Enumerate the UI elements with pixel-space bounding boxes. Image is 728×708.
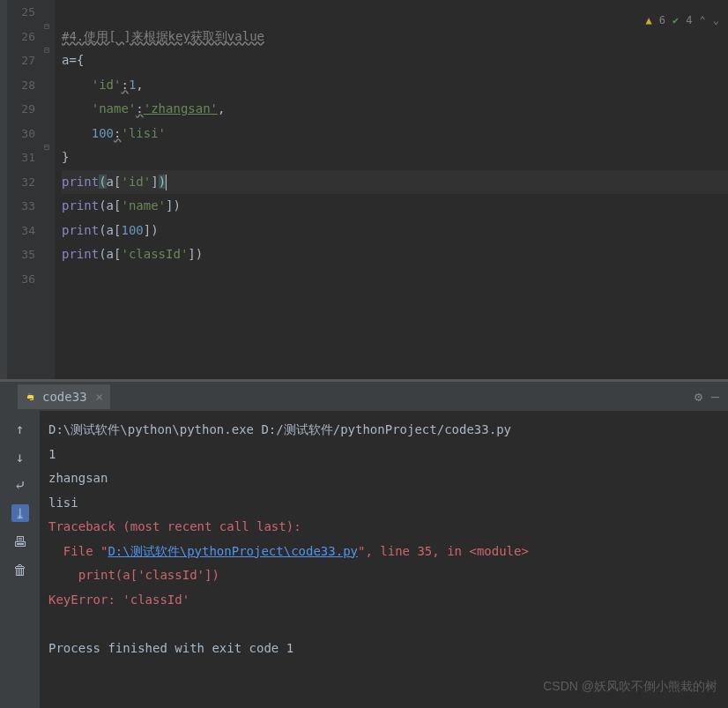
line-number: 35	[7, 242, 35, 267]
console-toolbar: ↑ ↓ ⤶ ⤓ 🖶 🗑	[0, 411, 40, 708]
tab-label: code33	[42, 390, 87, 404]
close-icon[interactable]: ×	[96, 390, 103, 404]
run-tab-bar: code33 × ⚙ —	[0, 382, 728, 411]
soft-wrap-icon[interactable]: ⤶	[11, 476, 29, 494]
arrow-up-icon[interactable]: ↑	[11, 420, 29, 437]
error-line: File "D:\测试软件\pythonProject\code33.py", …	[48, 540, 719, 564]
left-bar	[0, 0, 7, 379]
trash-icon[interactable]: 🗑	[11, 561, 29, 578]
console-output[interactable]: D:\测试软件\python\python.exe D:/测试软件/python…	[40, 411, 728, 708]
line-number: 30	[7, 122, 35, 146]
fold-icon[interactable]: ⊟	[44, 21, 49, 31]
watermark: CSDN @妖风吹不倒小熊栽的树	[543, 679, 717, 695]
output-line	[48, 612, 719, 637]
line-number: 29	[7, 97, 35, 122]
gear-icon[interactable]: ⚙	[695, 389, 702, 405]
tab-code33[interactable]: code33 ×	[18, 384, 110, 409]
line-number: 26	[7, 25, 35, 49]
output-line: lisi	[48, 491, 719, 516]
fold-icon[interactable]: ⊟	[44, 45, 49, 55]
line-number: 32	[7, 170, 35, 195]
error-line: KeyError: 'classId'	[48, 588, 719, 613]
output-line: D:\测试软件\python\python.exe D:/测试软件/python…	[48, 418, 719, 443]
chevron-up-icon[interactable]: ⌃	[700, 9, 706, 34]
error-line: Traceback (most recent call last):	[48, 515, 719, 540]
code-area[interactable]: #4.使用[ ]来根据key获取到value a={ 'id':1, 'name…	[55, 0, 728, 379]
code-comment: #4.使用[ ]来根据key获取到value	[62, 29, 264, 43]
fold-end-icon[interactable]: ⊟	[44, 142, 49, 152]
line-number: 25	[7, 0, 35, 25]
print-icon[interactable]: 🖶	[11, 533, 29, 550]
line-number: 34	[7, 219, 35, 243]
current-line: print(a['id'])	[62, 170, 728, 195]
line-number: 36	[7, 267, 35, 292]
line-number: 28	[7, 73, 35, 98]
error-file-link[interactable]: D:\测试软件\pythonProject\code33.py	[108, 544, 358, 558]
python-icon	[25, 391, 37, 403]
chevron-down-icon[interactable]: ⌄	[713, 9, 719, 34]
editor-area: 25 26 27 28 29 30 31 32 33 34 35 36 ⊟ ⊟ …	[0, 0, 728, 379]
inspection-indicators[interactable]: ▲ 6 ✔ 4 ⌃ ⌄	[646, 9, 719, 34]
gutter: 25 26 27 28 29 30 31 32 33 34 35 36	[7, 0, 42, 379]
check-icon[interactable]: ✔	[672, 9, 679, 34]
cursor	[166, 175, 167, 190]
line-number: 27	[7, 48, 35, 73]
error-line: print(a['classId'])	[48, 563, 719, 588]
output-line: 1	[48, 443, 719, 467]
arrow-down-icon[interactable]: ↓	[11, 448, 29, 466]
minimize-icon[interactable]: —	[711, 389, 719, 405]
scroll-end-icon[interactable]: ⤓	[11, 504, 29, 522]
fold-column[interactable]: ⊟ ⊟ ⊟	[42, 0, 55, 379]
output-line: zhangsan	[48, 466, 719, 491]
check-count: 4	[686, 9, 692, 34]
warning-icon[interactable]: ▲	[646, 9, 652, 34]
output-line: Process finished with exit code 1	[48, 637, 719, 661]
warning-count: 6	[659, 9, 665, 34]
console-panel: ↑ ↓ ⤶ ⤓ 🖶 🗑 D:\测试软件\python\python.exe D:…	[0, 411, 728, 708]
line-number: 31	[7, 145, 35, 170]
line-number: 33	[7, 194, 35, 219]
